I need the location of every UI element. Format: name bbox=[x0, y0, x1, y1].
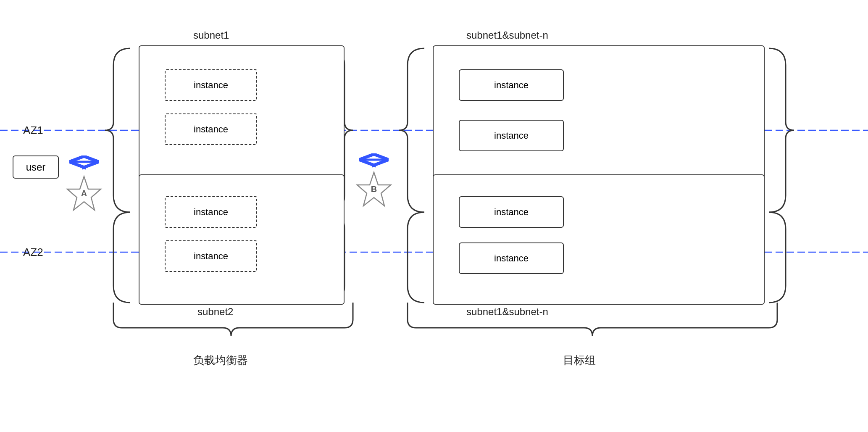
lb-instance-1: instance bbox=[165, 69, 257, 101]
lb-instance-4-label: instance bbox=[194, 251, 228, 262]
lb-instance-2: instance bbox=[165, 113, 257, 145]
az1-label: AZ1 bbox=[23, 124, 43, 137]
tg-instance-2-label: instance bbox=[494, 130, 529, 141]
lb-brace-bottom bbox=[113, 212, 130, 303]
lb-label: 负载均衡器 bbox=[193, 353, 248, 368]
user-label: user bbox=[26, 161, 46, 173]
subnet-right-bottom-label: subnet1&subnet-n bbox=[466, 306, 548, 318]
lb-instance-4: instance bbox=[165, 240, 257, 272]
tg-brace-bottom bbox=[408, 212, 424, 303]
subnet1-label: subnet1 bbox=[193, 29, 229, 41]
star-a: A bbox=[65, 174, 103, 212]
lb-instance-3: instance bbox=[165, 196, 257, 228]
user-box: user bbox=[13, 155, 59, 179]
tg-bottom-box: instance instance bbox=[433, 174, 765, 305]
target-label: 目标组 bbox=[563, 353, 596, 368]
lb-instance-1-label: instance bbox=[194, 80, 228, 91]
tg-instance-2: instance bbox=[459, 120, 564, 151]
lb-instance-3-label: instance bbox=[194, 207, 228, 218]
arrow-b-group bbox=[355, 149, 393, 172]
tg-bottom-brace bbox=[408, 303, 777, 336]
tg-instance-4-label: instance bbox=[494, 253, 529, 264]
tg-instance-4: instance bbox=[459, 242, 564, 274]
arrow-b-svg bbox=[355, 149, 393, 170]
subnet2-label: subnet2 bbox=[197, 306, 233, 318]
diagram-container: AZ1 AZ2 user A subnet1 subnet2 bbox=[0, 0, 868, 432]
lb-instance-2-label: instance bbox=[194, 124, 228, 135]
svg-text:A: A bbox=[81, 189, 87, 198]
arrow-a-group bbox=[65, 151, 103, 174]
tg-instance-3: instance bbox=[459, 196, 564, 228]
tg-instance-1: instance bbox=[459, 69, 564, 101]
tg-brace-right-bottom bbox=[769, 212, 786, 303]
tg-instance-3-label: instance bbox=[494, 207, 529, 218]
arrow-a-svg bbox=[65, 151, 103, 172]
lb-bottom-box: instance instance bbox=[139, 174, 345, 305]
tg-instance-1-label: instance bbox=[494, 80, 529, 91]
az2-label: AZ2 bbox=[23, 246, 43, 259]
subnet-right-top-label: subnet1&subnet-n bbox=[466, 29, 548, 41]
star-b: B bbox=[355, 170, 393, 208]
svg-text:B: B bbox=[371, 184, 377, 194]
